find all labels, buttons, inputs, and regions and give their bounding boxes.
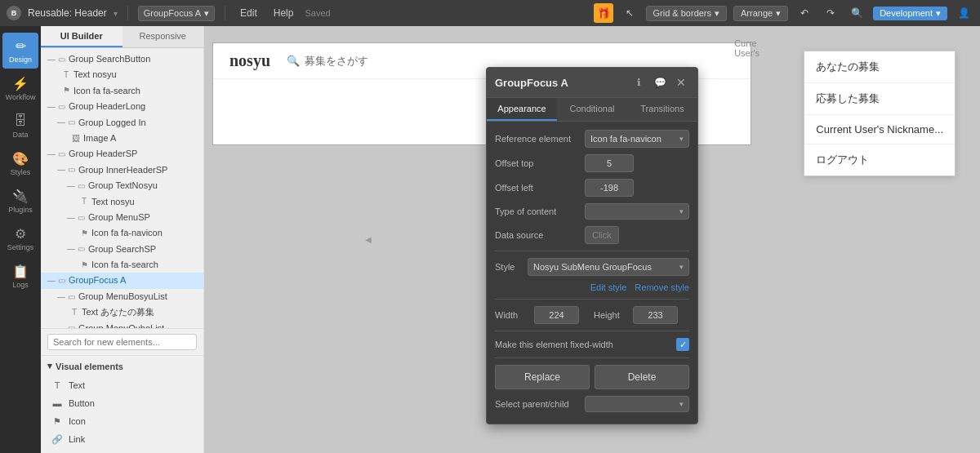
icon-sidebar: ✏ Design ⚡ Workflow 🗄 Data 🎨 Styles 🔌 Pl… bbox=[0, 26, 41, 453]
tab-responsive[interactable]: Responsive bbox=[122, 26, 204, 47]
offset-top-label: Offset top bbox=[495, 158, 585, 168]
element-text[interactable]: T Text bbox=[47, 376, 197, 394]
edit-style-link[interactable]: Edit style bbox=[590, 282, 627, 292]
height-label: Height bbox=[594, 310, 626, 320]
tree-item-text-anata[interactable]: T Text あなたの募集 👁 bbox=[41, 304, 203, 320]
toggle-icon: — bbox=[57, 117, 65, 128]
help-button[interactable]: Help bbox=[269, 6, 299, 20]
toggle-icon: — bbox=[47, 275, 56, 286]
select-parent-dropdown[interactable]: ▾ bbox=[585, 396, 689, 412]
tab-appearance[interactable]: Appearance bbox=[487, 98, 557, 121]
edit-button[interactable]: Edit bbox=[235, 6, 262, 20]
icon-element-icon: ⚑ bbox=[51, 415, 64, 428]
element-icon[interactable]: ⚑ Icon bbox=[47, 412, 197, 430]
arrange-button[interactable]: Arrange ▾ bbox=[733, 6, 788, 21]
sidebar-item-logs[interactable]: 📋 Logs bbox=[2, 258, 38, 294]
tree-item-group-headersp[interactable]: — ▭ Group HeaderSP 👁 bbox=[41, 146, 203, 162]
offset-left-row: Offset left -198 bbox=[495, 179, 689, 197]
visual-elements-header[interactable]: ▾ Visual elements bbox=[47, 361, 197, 371]
resize-handle[interactable] bbox=[366, 26, 371, 453]
tree-item-group-searchsp[interactable]: — ▭ Group SearchSP 👁 bbox=[41, 242, 203, 257]
group-icon: ▭ bbox=[75, 180, 87, 192]
tree-item-icon-search2[interactable]: ⚑ Icon fa fa-search 👁 bbox=[41, 257, 203, 273]
group-icon: ▭ bbox=[65, 117, 77, 128]
replace-button[interactable]: Replace bbox=[495, 365, 590, 389]
tree-item-text-nosyu[interactable]: T Text nosyu 👁 bbox=[41, 67, 203, 82]
tab-ui-builder[interactable]: UI Builder bbox=[41, 26, 122, 47]
sidebar-item-styles[interactable]: 🎨 Styles bbox=[2, 145, 38, 181]
type-of-content-dropdown[interactable]: ▾ bbox=[585, 203, 689, 220]
chevron-down-icon4: ▾ bbox=[936, 8, 941, 19]
group-focus-dropdown[interactable]: GroupFocus A ▾ bbox=[138, 6, 215, 21]
tab-conditional[interactable]: Conditional bbox=[557, 98, 627, 121]
undo-button[interactable]: ↶ bbox=[795, 3, 814, 23]
remove-style-link[interactable]: Remove style bbox=[635, 282, 689, 292]
tree-item-group-loggedin[interactable]: — ▭ Group Logged In 👁 bbox=[41, 115, 203, 131]
sidebar-item-settings[interactable]: ⚙ Settings bbox=[2, 220, 38, 256]
close-button[interactable]: ✕ bbox=[673, 74, 689, 91]
search-button[interactable]: 🔍 bbox=[847, 3, 866, 23]
cursor-icon[interactable]: ↖ bbox=[620, 3, 639, 23]
fixed-width-row: Make this element fixed-width ✓ bbox=[495, 338, 689, 351]
sidebar-item-design[interactable]: ✏ Design bbox=[2, 33, 38, 69]
menu-item-obo[interactable]: 応募した募集 bbox=[804, 83, 955, 115]
tab-transitions[interactable]: Transitions bbox=[627, 98, 697, 121]
menu-item-current-user[interactable]: Current User's Nickname... bbox=[804, 115, 955, 144]
development-button[interactable]: Development ▾ bbox=[873, 7, 947, 20]
offset-left-input[interactable]: -198 bbox=[585, 179, 634, 197]
sidebar-item-plugins[interactable]: 🔌 Plugins bbox=[2, 183, 38, 219]
user-icon[interactable]: 👤 bbox=[954, 3, 973, 23]
sidebar-item-data[interactable]: 🗄 Data bbox=[2, 108, 38, 144]
height-input[interactable]: 233 bbox=[633, 306, 678, 324]
group-icon: ▭ bbox=[65, 291, 77, 303]
canvas[interactable]: nosyu 🔍 募集をさがす CurreUser's あなたの募集 応募した募集… bbox=[204, 26, 980, 453]
fixed-width-label: Make this element fixed-width bbox=[495, 340, 676, 349]
icon-icon: ⚑ bbox=[78, 228, 90, 239]
element-link[interactable]: 🔗 Link bbox=[47, 430, 197, 448]
tree-tabs: UI Builder Responsive bbox=[41, 26, 203, 48]
tree-item-group-searchbutton[interactable]: — ▭ Group SearchButton 👁 bbox=[41, 51, 203, 67]
tree-item-group-focus-a[interactable]: — ▭ GroupFocus A 👁 bbox=[41, 273, 203, 288]
tree-item-text-nosyu2[interactable]: T Text nosyu 👁 bbox=[41, 194, 203, 210]
tree-item-group-textnosyu[interactable]: — ▭ Group TextNosyu 👁 bbox=[41, 178, 203, 193]
chevron-down-icon2: ▾ bbox=[715, 8, 719, 19]
chevron-down-icon: ▾ bbox=[204, 8, 209, 19]
tree-item-icon-navicon1[interactable]: ⚑ Icon fa fa-navicon 👁 bbox=[41, 225, 203, 241]
tree-item-group-headerlong[interactable]: — ▭ Group HeaderLong 👁 bbox=[41, 99, 203, 114]
chevron-down-icon9: ▾ bbox=[679, 400, 684, 408]
text-icon: T bbox=[69, 307, 80, 318]
width-input[interactable]: 224 bbox=[534, 306, 579, 324]
tree-item-group-menubosyulist[interactable]: — ▭ Group MenuBosyuList 👁 bbox=[41, 289, 203, 304]
search-box bbox=[41, 328, 203, 355]
reference-element-dropdown[interactable]: Icon fa fa-navicon ▾ bbox=[585, 130, 689, 148]
menu-item-logout[interactable]: ログアウト bbox=[804, 144, 955, 175]
modal-header: GroupFocus A ℹ 💬 ✕ bbox=[487, 68, 697, 98]
sidebar-item-workflow[interactable]: ⚡ Workflow bbox=[2, 70, 38, 106]
tree-item-group-menuoubolist[interactable]: — ▭ Group MenuOuboList 👁 bbox=[41, 321, 203, 328]
info-button[interactable]: ℹ bbox=[630, 74, 647, 91]
tree-item-group-innerheadersp[interactable]: — ▭ Group InnerHeaderSP 👁 bbox=[41, 162, 203, 178]
text-element-icon: T bbox=[51, 379, 64, 392]
data-source-value[interactable]: Click bbox=[585, 226, 619, 244]
element-button[interactable]: ▬ Button bbox=[47, 394, 197, 412]
tree-item-image-a[interactable]: 🖼 Image A 👁 bbox=[41, 131, 203, 146]
tree-item-icon-search1[interactable]: ⚑ Icon fa fa-search 👁 bbox=[41, 83, 203, 99]
group-icon: ▭ bbox=[56, 149, 67, 160]
delete-button[interactable]: Delete bbox=[595, 365, 689, 389]
redo-button[interactable]: ↷ bbox=[821, 3, 840, 23]
offset-top-input[interactable]: 5 bbox=[585, 154, 634, 172]
fixed-width-checkbox[interactable]: ✓ bbox=[676, 338, 689, 351]
data-source-label: Data source bbox=[495, 230, 585, 240]
divider1 bbox=[495, 251, 689, 251]
gift-icon[interactable]: 🎁 bbox=[594, 3, 613, 23]
grid-borders-button[interactable]: Grid & borders ▾ bbox=[646, 6, 728, 21]
menu-item-anata[interactable]: あなたの募集 bbox=[804, 51, 955, 83]
style-dropdown[interactable]: Nosyu SubMenu GroupFocus ▾ bbox=[528, 258, 689, 276]
chat-button[interactable]: 💬 bbox=[652, 74, 668, 91]
select-parent-label: Select parent/child bbox=[495, 399, 585, 409]
tree-item-group-menusp[interactable]: — ▭ Group MenuSP 👁 bbox=[41, 210, 203, 225]
group-focus-modal: GroupFocus A ℹ 💬 ✕ Appearance Conditiona… bbox=[486, 67, 698, 424]
styles-icon: 🎨 bbox=[12, 150, 29, 167]
search-elements-input[interactable] bbox=[47, 334, 197, 350]
chevron-down-icon5: ▾ bbox=[47, 361, 52, 371]
